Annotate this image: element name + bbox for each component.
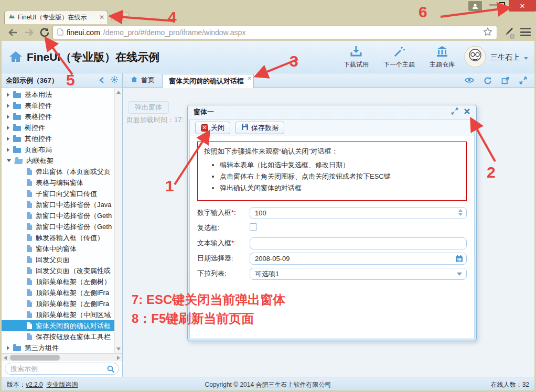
- forward-icon[interactable]: [23, 27, 35, 38]
- refresh-icon[interactable]: [484, 77, 492, 86]
- checkbox-input[interactable]: [250, 223, 257, 231]
- sidebar-item-postback-parent[interactable]: 回发父页面: [2, 254, 114, 265]
- scroll-down-icon[interactable]: [116, 347, 121, 351]
- sidebar-item-label: 子窗口向父窗口传值: [36, 189, 97, 199]
- dialog-body: 按照如下步骤操作来观察“确认关闭”对话框： 编辑本表单（比如选中复选框、修改日期…: [190, 136, 474, 339]
- dialog-close-icon[interactable]: [464, 107, 470, 117]
- sidebar-item-top-menu-iframe-2[interactable]: 顶部菜单框架（左侧IFra: [2, 298, 114, 309]
- extension-dropper-icon[interactable]: [501, 26, 515, 39]
- sidebar-item-top-menu-center[interactable]: 顶部菜单框架（中间区域: [2, 309, 114, 320]
- number-input[interactable]: [250, 207, 467, 219]
- sidebar-item-top-menu-iframe-1[interactable]: 顶部菜单框架（左侧IFra: [2, 287, 114, 298]
- url-bar[interactable]: fineui.com/demo_pro/#/demo_pro/iframe/wi…: [52, 26, 497, 39]
- online-count: 在线人数：32: [491, 380, 529, 389]
- search-icon[interactable]: [107, 365, 115, 375]
- sidebar-item-grid-edit-window[interactable]: 表格与编辑窗体: [2, 177, 114, 188]
- sidebar-item-popup-window[interactable]: 弹出窗体（本页面或父页: [2, 166, 114, 177]
- main-area: 首页 窗体关闭前的确认对话框 ✕ 弹出窗体 页面加载时间：17: 窗体一: [123, 73, 534, 377]
- sidebar-item-select-province-3[interactable]: 新窗口中选择省份（Geth: [2, 221, 114, 232]
- tab-close-icon[interactable]: ✕: [248, 75, 252, 81]
- popup-window-button[interactable]: 弹出窗体: [128, 101, 169, 114]
- sidebar-item-layout[interactable]: 页面布局: [2, 144, 114, 155]
- file-icon: [27, 245, 32, 252]
- download-trial-label: 下载试用: [344, 60, 369, 69]
- spinner-icons[interactable]: [458, 209, 463, 216]
- save-data-button[interactable]: 保存数据: [235, 122, 284, 134]
- scrollbar-thumb[interactable]: [10, 355, 60, 361]
- dropdown-select[interactable]: 可选项1: [250, 268, 467, 280]
- theme-store-button[interactable]: 主题仓库: [430, 46, 455, 69]
- window-maximize-button[interactable]: [499, 2, 505, 7]
- sidebar-item-form[interactable]: 表单控件: [2, 100, 114, 111]
- sidebar-item-select-province-1[interactable]: 新窗口中选择省份（Java: [2, 199, 114, 210]
- user-menu[interactable]: 三生石上: [464, 46, 528, 70]
- dropdown-arrow-icon[interactable]: [457, 273, 462, 276]
- source-view-eye-icon[interactable]: [465, 77, 474, 86]
- fullscreen-icon[interactable]: [519, 77, 527, 86]
- window-close-button[interactable]: ✕: [509, 0, 536, 12]
- sidebar-item-select-province-2[interactable]: 新窗口中选择省份（Geth: [2, 210, 114, 221]
- sidebar-item-label: 顶部菜单框架（左侧树）: [36, 277, 111, 287]
- sidebar-item-third-party[interactable]: 第三方组件: [2, 342, 114, 353]
- dialog-inner: ✕ 关闭 保存数据 按照如下步骤操作来观察“确认关闭”对话框： 编辑本表单（: [189, 119, 475, 339]
- reload-icon[interactable]: [39, 27, 50, 38]
- favicon-icon: [8, 13, 15, 22]
- expand-arrow-icon[interactable]: [7, 126, 9, 130]
- tab-confirm-close-dialog[interactable]: 窗体关闭前的确认对话框 ✕: [162, 74, 254, 88]
- sidebar-item-postback-parent-2[interactable]: 回发父页面（改变属性或: [2, 265, 114, 276]
- sidebar-item-label: 树控件: [25, 123, 45, 133]
- expand-arrow-icon[interactable]: [7, 104, 9, 108]
- scroll-left-icon[interactable]: [4, 356, 7, 360]
- menu-icon[interactable]: [520, 28, 531, 36]
- sidebar-item-tree[interactable]: 树控件: [2, 122, 114, 133]
- expand-arrow-icon[interactable]: [7, 148, 9, 152]
- dialog-maximize-icon[interactable]: [451, 107, 458, 117]
- horizontal-scrollbar[interactable]: [2, 353, 122, 361]
- back-icon[interactable]: [7, 27, 19, 38]
- sidebar-item-label: 顶部菜单框架（中间区域: [36, 310, 111, 320]
- sidebar-item-window-in-window[interactable]: 窗体中的窗体: [2, 243, 114, 254]
- expand-arrow-icon[interactable]: [7, 93, 9, 97]
- sidebar-item-top-menu-tree[interactable]: 顶部菜单框架（左侧树）: [2, 276, 114, 287]
- collapse-arrow-icon[interactable]: [7, 159, 11, 162]
- download-trial-button[interactable]: 下载试用: [344, 46, 369, 69]
- collapse-panel-icon[interactable]: [99, 76, 104, 85]
- scroll-right-icon[interactable]: [117, 356, 120, 360]
- gear-icon[interactable]: [111, 76, 118, 85]
- tab-home[interactable]: 首页: [123, 73, 162, 88]
- dialog-toolbar: ✕ 关闭 保存数据: [190, 119, 474, 136]
- profile-icon[interactable]: [468, 1, 482, 11]
- sidebar-item-save-button-toolbar[interactable]: 保存按钮放在窗体工具栏: [2, 331, 114, 342]
- next-theme-button[interactable]: 下一个主题: [383, 46, 415, 69]
- close-button-label: 关闭: [211, 123, 224, 133]
- new-tab-button[interactable]: [111, 13, 130, 20]
- close-button[interactable]: ✕ 关闭: [195, 122, 230, 134]
- search-input[interactable]: [5, 363, 119, 375]
- browser-tab[interactable]: FineUI（专业版）在线示 ✕: [4, 10, 108, 24]
- expand-arrow-icon[interactable]: [7, 137, 9, 141]
- sidebar-item-trigger-input[interactable]: 触发器输入框（传值）: [2, 232, 114, 243]
- dialog-titlebar[interactable]: 窗体一: [189, 105, 475, 119]
- bookmark-star-icon[interactable]: [483, 27, 492, 38]
- text-input[interactable]: [250, 237, 467, 249]
- expand-arrow-icon[interactable]: [7, 346, 9, 350]
- sidebar-item-iframe[interactable]: 内联框架: [2, 155, 114, 166]
- sidebar-item-basic[interactable]: 基本用法: [2, 89, 114, 100]
- calendar-icon[interactable]: [455, 255, 463, 265]
- scroll-up-icon[interactable]: [116, 91, 121, 94]
- expand-arrow-icon[interactable]: [7, 115, 9, 119]
- sidebar-item-grid[interactable]: 表格控件: [2, 111, 114, 122]
- vertical-scrollbar[interactable]: [114, 88, 122, 353]
- window-minimize-button[interactable]: —: [488, 1, 498, 9]
- open-new-window-icon[interactable]: [501, 77, 510, 86]
- date-input[interactable]: [250, 253, 467, 265]
- sidebar-item-confirm-close-dialog[interactable]: 窗体关闭前的确认对话框: [2, 320, 114, 331]
- tabstrip-tools: [465, 77, 527, 86]
- sidebar-item-child-to-parent[interactable]: 子窗口向父窗口传值: [2, 188, 114, 199]
- tab-close-icon[interactable]: ✕: [99, 14, 104, 21]
- sidebar-item-other[interactable]: 其他控件: [2, 133, 114, 144]
- instruction-item: 点击窗体右上角关闭图标、点击关闭按钮或者按下ESC键: [220, 171, 460, 182]
- home-icon[interactable]: [9, 50, 23, 65]
- chevron-down-icon: [524, 57, 528, 60]
- folder-icon: [13, 148, 21, 153]
